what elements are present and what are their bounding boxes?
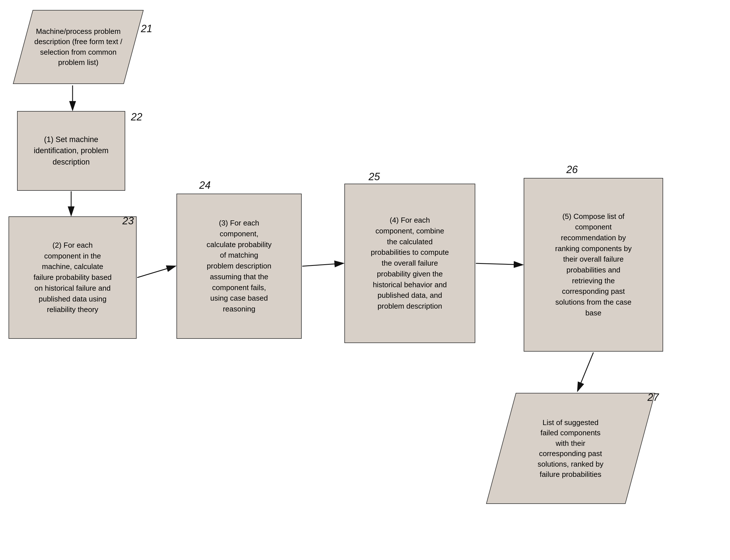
- node-26-label: (5) Compose list ofcomponentrecommendati…: [555, 211, 632, 319]
- arrow-23-24: [137, 266, 175, 278]
- arrow-25-26: [476, 263, 522, 265]
- node-26: (5) Compose list ofcomponentrecommendati…: [524, 178, 663, 352]
- node-25: (4) For eachcomponent, combinethe calcul…: [345, 184, 475, 343]
- arrow-24-25: [302, 263, 343, 266]
- diagram-container: Machine/process problem description (fre…: [0, 0, 730, 560]
- ref-26: 26: [566, 164, 578, 176]
- ref-22: 22: [131, 111, 142, 123]
- node-24: (3) For eachcomponent,calculate probabil…: [177, 194, 302, 339]
- node-24-label: (3) For eachcomponent,calculate probabil…: [207, 218, 272, 314]
- ref-24: 24: [199, 179, 211, 191]
- node-21-label: Machine/process problem description (fre…: [23, 23, 133, 71]
- ref-21: 21: [141, 23, 152, 35]
- ref-25: 25: [368, 171, 380, 183]
- node-23-label: (2) For eachcomponent in themachine, cal…: [34, 240, 112, 315]
- node-27-label: List of suggestedfailed componentswith t…: [535, 415, 606, 482]
- node-21: Machine/process problem description (fre…: [13, 10, 144, 84]
- node-25-label: (4) For eachcomponent, combinethe calcul…: [371, 215, 449, 311]
- node-27: List of suggestedfailed componentswith t…: [486, 393, 655, 504]
- node-23: (2) For eachcomponent in themachine, cal…: [9, 216, 137, 339]
- ref-23: 23: [122, 215, 134, 227]
- node-22: (1) Set machine identification, problem …: [17, 111, 125, 191]
- ref-27: 27: [647, 391, 659, 403]
- arrow-26-27: [578, 352, 593, 391]
- node-22-label: (1) Set machine identification, problem …: [22, 134, 120, 167]
